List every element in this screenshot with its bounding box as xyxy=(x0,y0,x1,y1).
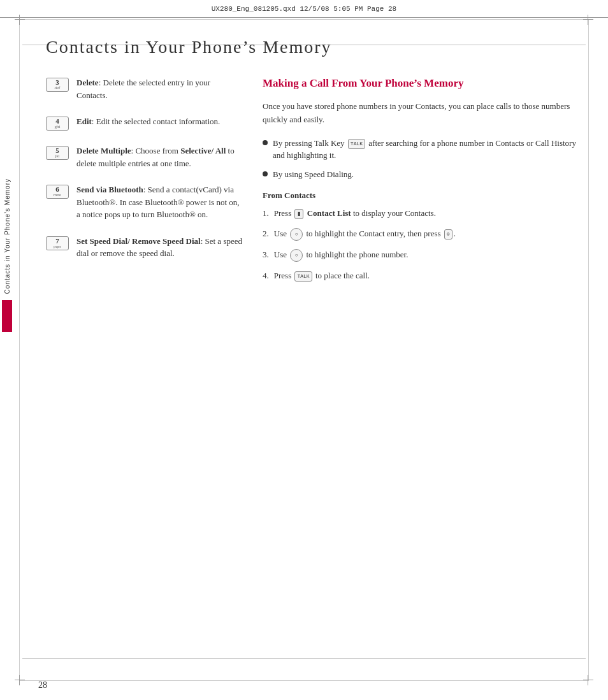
bullet-list: By pressing Talk Key TALK after searchin… xyxy=(263,137,583,181)
list-item-bluetooth: 6 mno Send via Bluetooth: Send a contact… xyxy=(46,183,243,221)
step-4-text: Press TALK to place the call. xyxy=(274,269,370,282)
list-item-delete-multiple: 5 jkl Delete Multiple: Choose from Selec… xyxy=(46,145,243,169)
num-1: 1. xyxy=(263,207,269,220)
numbered-item-4: 4. Press TALK to place the call. xyxy=(263,269,583,282)
bullet-text-1: By pressing Talk Key TALK after searchin… xyxy=(273,137,583,162)
num-3: 3. xyxy=(263,248,269,261)
list-text-delete: Delete: Delete the selected entry in you… xyxy=(76,76,243,101)
list-text-speed-dial: Set Speed Dial/ Remove Speed Dial: Set a… xyxy=(76,235,243,260)
key-badge-5: 5 jkl xyxy=(46,146,69,160)
bullet-item-speed-dial: By using Speed Dialing. xyxy=(263,168,583,181)
step-1-text: Press ▮ Contact List to display your Con… xyxy=(274,207,436,220)
num-4: 4. xyxy=(263,269,269,282)
list-item-speed-dial: 7 pqrs Set Speed Dial/ Remove Speed Dial… xyxy=(46,235,243,260)
step-3-text: Use ○ to highlight the phone number. xyxy=(274,248,409,262)
intro-text: Once you have stored phone numbers in yo… xyxy=(263,100,583,127)
list-text-edit: Edit: Edit the selected contact informat… xyxy=(76,115,243,128)
from-contacts-title: From Contacts xyxy=(263,190,583,201)
list-item-delete: 3 def Delete: Delete the selected entry … xyxy=(46,76,243,101)
two-column-layout: 3 def Delete: Delete the selected entry … xyxy=(46,76,583,289)
page-number: 28 xyxy=(38,680,47,690)
num-2: 2. xyxy=(263,227,269,240)
numbered-list: 1. Press ▮ Contact List to display your … xyxy=(263,207,583,282)
key-badge-7: 7 pqrs xyxy=(46,236,69,250)
numbered-item-2: 2. Use ○ to highlight the Contact entry,… xyxy=(263,227,583,241)
numbered-item-3: 3. Use ○ to highlight the phone number. xyxy=(263,248,583,262)
side-tab-bar xyxy=(2,300,12,332)
nav-icon-3: ○ xyxy=(290,249,303,262)
section-title-making-call: Making a Call From Your Phone’s Memory xyxy=(263,76,583,91)
talk-key-icon: TALK xyxy=(348,139,365,149)
main-content: Contacts in Your Phone’s Memory 3 def De… xyxy=(14,18,608,700)
key-badge-6: 6 mno xyxy=(46,185,69,199)
list-text-delete-multiple: Delete Multiple: Choose from Selective/ … xyxy=(76,145,243,169)
list-text-bluetooth: Send via Bluetooth: Send a contact(vCard… xyxy=(76,183,243,221)
side-tab: Contacts in Your Phone’s Memory xyxy=(0,178,14,624)
ok-icon: ⊙ xyxy=(444,229,452,239)
numbered-item-1: 1. Press ▮ Contact List to display your … xyxy=(263,207,583,220)
side-tab-label: Contacts in Your Phone’s Memory xyxy=(4,178,11,294)
key-badge-3: 3 def xyxy=(46,78,69,92)
page-title: Contacts in Your Phone’s Memory xyxy=(46,37,583,57)
right-column: Making a Call From Your Phone’s Memory O… xyxy=(263,76,583,289)
key-badge-4: 4 ghi xyxy=(46,117,69,131)
talk-key-icon-2: TALK xyxy=(294,271,312,282)
bullet-dot-2 xyxy=(263,171,268,176)
bullet-text-2: By using Speed Dialing. xyxy=(273,168,354,181)
header-text: UX280_Eng_081205.qxd 12/5/08 5:05 PM Pag… xyxy=(212,5,396,13)
left-column: 3 def Delete: Delete the selected entry … xyxy=(46,76,243,289)
step-2-text: Use ○ to highlight the Contact entry, th… xyxy=(274,227,456,241)
nav-icon-2: ○ xyxy=(290,228,303,241)
contact-list-icon: ▮ xyxy=(294,209,303,219)
bullet-dot-1 xyxy=(263,140,268,145)
list-item-edit: 4 ghi Edit: Edit the selected contact in… xyxy=(46,115,243,131)
page-header: UX280_Eng_081205.qxd 12/5/08 5:05 PM Pag… xyxy=(0,0,608,18)
bullet-item-talk-key: By pressing Talk Key TALK after searchin… xyxy=(263,137,583,162)
